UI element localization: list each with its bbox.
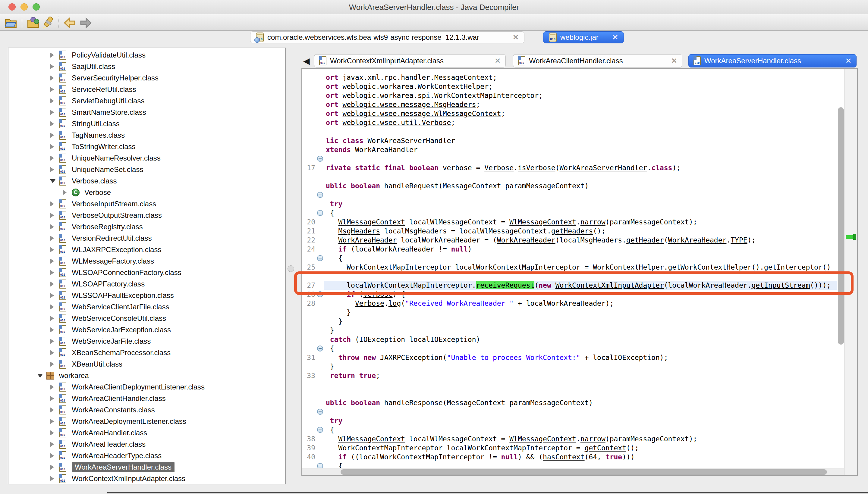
fold-minus-icon[interactable] [317,255,323,261]
code-link[interactable]: WorkAreaHeader [338,236,397,244]
tree-item[interactable]: 010WorkAreaHandler.class [8,427,285,439]
tree-item[interactable]: 010VerboseOutputStream.class [8,210,285,221]
collapsed-arrow-icon[interactable] [50,110,59,115]
tree-item[interactable]: 010Verbose.class [8,175,285,187]
tree-item[interactable]: CVerbose [8,187,285,198]
code-link[interactable]: WorkAreaServerHandler [559,164,647,172]
collapsed-arrow-icon[interactable] [50,75,59,81]
tree-item[interactable]: 010WebServiceJarFile.class [8,336,285,347]
open-type-icon[interactable] [26,16,40,29]
open-file-icon[interactable] [4,16,17,29]
forward-icon[interactable] [79,16,92,29]
fold-minus-icon[interactable] [317,156,323,162]
code-link[interactable]: MsgHeaders [338,227,380,235]
close-tab-icon[interactable]: ✕ [495,57,501,65]
code-link[interactable]: WorkAreaHeader [497,236,555,244]
collapsed-arrow-icon[interactable] [50,270,59,275]
collapsed-arrow-icon[interactable] [50,201,59,207]
tree-item[interactable]: 010WorkAreaClientDeploymentListener.clas… [8,381,285,393]
fold-minus-icon[interactable] [317,345,323,352]
vertical-scrollbar-thumb[interactable] [838,107,844,345]
tree-item[interactable]: 010XBeanUtil.class [8,358,285,370]
code-link[interactable]: WorkAreaHeader [668,236,727,244]
code-link[interactable]: WorkAreaHandler [355,146,418,154]
collapsed-arrow-icon[interactable] [50,384,59,390]
tree-item[interactable]: 010VerboseInputStream.class [8,198,285,210]
collapsed-arrow-icon[interactable] [50,259,59,264]
tree-item[interactable]: 010UniqueNameSet.class [8,164,285,175]
collapsed-arrow-icon[interactable] [50,361,59,367]
tree-item[interactable]: 010WorkAreaDeploymentListener.class [8,416,285,427]
tree-item[interactable]: 010ServiceRefUtil.class [8,84,285,95]
tree-item[interactable]: 010StringUtil.class [8,118,285,130]
collapsed-arrow-icon[interactable] [50,224,59,230]
tree-item[interactable]: 010WebServiceJarException.class [8,324,285,336]
archive-tab[interactable]: 010weblogic.jar✕ [543,31,624,43]
code-link[interactable]: Verbose [355,299,384,307]
collapsed-arrow-icon[interactable] [50,144,59,149]
collapsed-arrow-icon[interactable] [50,419,59,424]
code-link[interactable]: getInputStream [751,281,810,289]
document-tab[interactable]: 010WorkContextXmlInputAdapter.class✕ [314,54,506,68]
code-link[interactable]: TYPE [731,236,747,244]
collapsed-arrow-icon[interactable] [50,304,59,310]
document-tab[interactable]: 010WorkAreaClientHandler.class✕ [513,54,682,68]
collapsed-arrow-icon[interactable] [50,396,59,401]
fold-minus-icon[interactable] [317,192,323,198]
code-link[interactable]: narrow [580,435,606,443]
collapsed-arrow-icon[interactable] [50,213,59,218]
code-link[interactable]: WlMessageContext [509,435,576,443]
code-link[interactable]: getHeaders [551,227,593,235]
tree-item[interactable]: 010WLJAXRPCException.class [8,244,285,255]
collapsed-arrow-icon[interactable] [50,133,59,138]
collapsed-arrow-icon[interactable] [50,121,59,127]
tree-item[interactable]: 010VerboseRegistry.class [8,221,285,232]
code-link[interactable]: log [388,299,401,307]
tree-item[interactable]: 010WLSOAPFactory.class [8,278,285,290]
code-link[interactable]: isVerbose [518,164,555,172]
code-link[interactable]: verbose [364,290,393,298]
collapsed-arrow-icon[interactable] [50,155,59,161]
tree-item[interactable]: 010WorkAreaHeader.class [8,439,285,450]
tree-item[interactable]: 010ServerSecurityHelper.class [8,72,285,84]
expanded-arrow-icon[interactable] [37,374,47,378]
code-link[interactable]: weblogic.wsee.message.WlMessageContext [343,110,501,117]
back-icon[interactable] [63,16,77,29]
tree-item[interactable]: 010SmartNameStore.class [8,107,285,118]
fold-minus-icon[interactable] [317,409,323,415]
tree-item[interactable]: 010WorkAreaConstants.class [8,404,285,416]
code-link[interactable]: WlMessageContext [338,435,405,443]
tree-item[interactable]: 010TagNames.class [8,130,285,141]
code-link[interactable]: WorkContextXmlInputAdapter [555,281,664,289]
collapsed-arrow-icon[interactable] [50,247,59,252]
tree-item[interactable]: 010UniqueNameResolver.class [8,152,285,164]
code-link[interactable]: WlMessageContext [509,218,576,226]
collapsed-arrow-icon[interactable] [50,281,59,287]
collapsed-arrow-icon[interactable] [50,52,59,58]
close-tab-icon[interactable]: ✕ [513,33,519,42]
fold-minus-icon[interactable] [317,291,323,297]
collapsed-arrow-icon[interactable] [50,327,59,332]
collapsed-arrow-icon[interactable] [63,190,72,195]
code-link[interactable]: getHeader [626,236,664,244]
tree-item[interactable]: 010WebServiceConsoleUtil.class [8,313,285,324]
tree-item[interactable]: 010WorkAreaClientHandler.class [8,393,285,404]
close-tab-icon[interactable]: ✕ [671,57,677,65]
code-panel[interactable]: ort javax.xml.rpc.handler.MessageContext… [301,68,858,476]
collapsed-arrow-icon[interactable] [50,98,59,103]
close-tab-icon[interactable]: ✕ [612,33,618,42]
tree-item[interactable]: 010WorkContextXmlInputAdapter.class [8,473,285,484]
close-tab-icon[interactable]: ✕ [845,57,851,65]
expanded-arrow-icon[interactable] [50,179,59,183]
collapsed-arrow-icon[interactable] [50,235,59,241]
horizontal-scrollbar[interactable] [302,468,845,476]
collapsed-arrow-icon[interactable] [50,476,59,481]
collapsed-arrow-icon[interactable] [50,442,59,447]
tree-item[interactable]: 010VersionRedirectUtil.class [8,232,285,244]
tree-item[interactable]: 010WorkAreaHeaderType.class [8,450,285,461]
tree-item[interactable]: 010ToStringWriter.class [8,141,285,152]
tree-item[interactable]: 010WebServiceClientJarFile.class [8,301,285,313]
collapsed-arrow-icon[interactable] [50,453,59,458]
code-link[interactable]: getContext [585,444,626,452]
collapsed-arrow-icon[interactable] [50,167,59,172]
